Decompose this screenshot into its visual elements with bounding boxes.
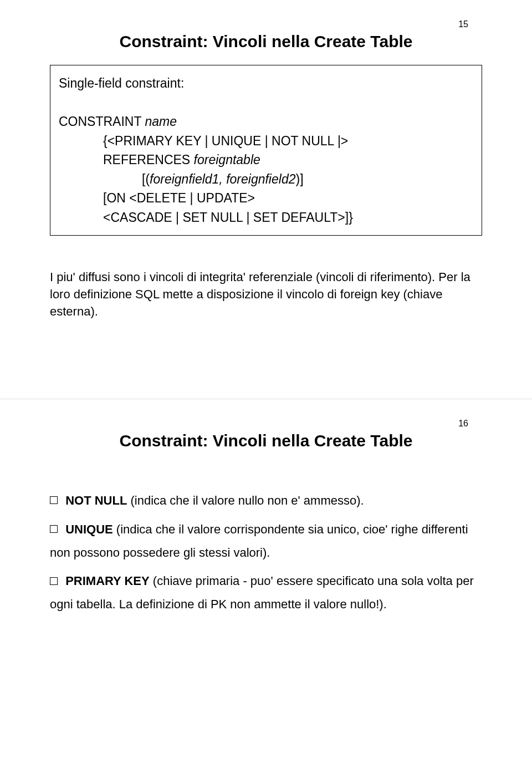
bullet-text: (indica che il valore corrispondente sia…	[50, 522, 468, 559]
syntax-line-cascade: <CASCADE | SET NULL | SET DEFAULT>]}	[59, 208, 473, 227]
foreign-table: foreigntable	[194, 152, 260, 167]
bullet-item-primarykey: PRIMARY KEY (chiave primaria - puo' esse…	[50, 569, 482, 616]
syntax-line-fields: [(foreignfield1, foreignfield2)]	[59, 170, 473, 189]
page-number: 15	[458, 19, 468, 29]
bullet-keyword: UNIQUE	[65, 522, 113, 536]
fields-suffix: )]	[295, 172, 303, 186]
slide-description: I piu' diffusi sono i vincoli di integri…	[50, 269, 482, 320]
slide-15: 15 Constraint: Vincoli nella Create Tabl…	[0, 0, 532, 399]
slide-title: Constraint: Vincoli nella Create Table	[50, 431, 482, 450]
slide-title: Constraint: Vincoli nella Create Table	[50, 32, 482, 51]
constraint-keyword: CONSTRAINT	[59, 114, 145, 129]
slide-16: 16 Constraint: Vincoli nella Create Tabl…	[0, 399, 532, 758]
foreign-fields: foreignfield1, foreignfield2	[150, 172, 295, 186]
constraint-name: name	[145, 114, 177, 129]
bullet-item-unique: UNIQUE (indica che il valore corrisponde…	[50, 518, 482, 564]
syntax-box: Single-field constraint: CONSTRAINT name…	[50, 65, 482, 236]
syntax-line-on: [ON <DELETE | UPDATE>	[59, 189, 473, 208]
bullet-marker-icon	[50, 496, 58, 504]
bullet-text: (indica che il valore nullo non e' ammes…	[127, 494, 364, 507]
syntax-line-constraint: CONSTRAINT name	[59, 112, 473, 131]
syntax-line-primary: {<PRIMARY KEY | UNIQUE | NOT NULL |>	[59, 131, 473, 151]
page-number: 16	[458, 419, 468, 429]
bullet-marker-icon	[50, 577, 58, 585]
bullet-marker-icon	[50, 525, 58, 533]
syntax-line-references: REFERENCES foreigntable	[59, 150, 473, 170]
fields-prefix: [(	[142, 172, 150, 186]
references-keyword: REFERENCES	[103, 152, 194, 167]
syntax-intro: Single-field constraint:	[59, 74, 473, 93]
bullet-keyword: PRIMARY KEY	[65, 574, 150, 588]
bullet-list: NOT NULL (indica che il valore nullo non…	[50, 489, 482, 616]
bullet-item-notnull: NOT NULL (indica che il valore nullo non…	[50, 489, 482, 512]
bullet-keyword: NOT NULL	[65, 494, 127, 507]
